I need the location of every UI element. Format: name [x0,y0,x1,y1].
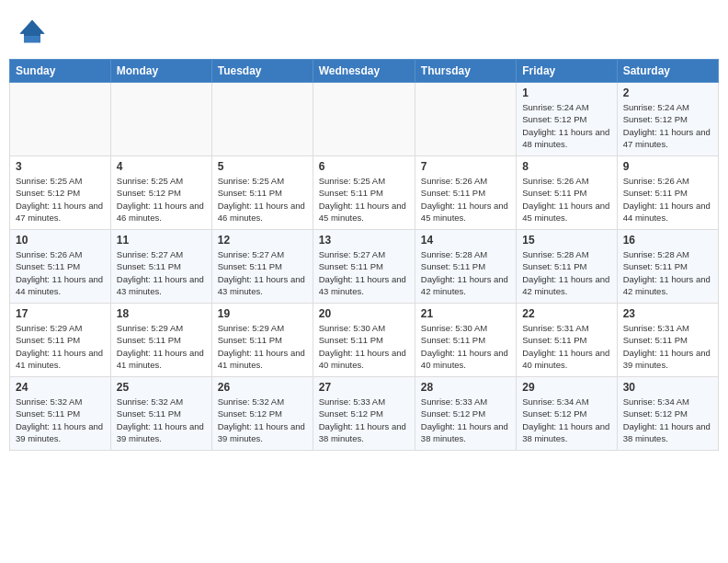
day-info: Sunrise: 5:27 AM Sunset: 5:11 PM Dayligh… [319,248,409,297]
day-number: 21 [421,307,510,320]
day-cell: 30Sunrise: 5:34 AM Sunset: 5:12 PM Dayli… [617,377,718,451]
week-row-3: 17Sunrise: 5:29 AM Sunset: 5:11 PM Dayli… [10,304,719,377]
day-info: Sunrise: 5:26 AM Sunset: 5:11 PM Dayligh… [421,175,510,224]
day-cell: 17Sunrise: 5:29 AM Sunset: 5:11 PM Dayli… [10,304,111,377]
day-cell: 6Sunrise: 5:25 AM Sunset: 5:11 PM Daylig… [313,156,415,230]
day-info: Sunrise: 5:25 AM Sunset: 5:12 PM Dayligh… [117,175,206,224]
day-cell: 9Sunrise: 5:26 AM Sunset: 5:11 PM Daylig… [617,156,718,230]
day-number: 29 [522,381,610,394]
week-row-0: 1Sunrise: 5:24 AM Sunset: 5:12 PM Daylig… [10,83,719,156]
day-number: 4 [117,160,206,173]
day-info: Sunrise: 5:28 AM Sunset: 5:11 PM Dayligh… [623,248,712,297]
day-cell: 29Sunrise: 5:34 AM Sunset: 5:12 PM Dayli… [517,377,617,451]
header-cell-sunday: Sunday [10,60,111,83]
day-info: Sunrise: 5:32 AM Sunset: 5:11 PM Dayligh… [117,396,206,444]
day-number: 27 [319,381,409,394]
week-row-4: 24Sunrise: 5:32 AM Sunset: 5:11 PM Dayli… [10,377,719,451]
day-number: 11 [117,234,206,247]
day-cell: 13Sunrise: 5:27 AM Sunset: 5:11 PM Dayli… [313,230,415,304]
day-info: Sunrise: 5:31 AM Sunset: 5:11 PM Dayligh… [522,322,610,371]
day-cell: 24Sunrise: 5:32 AM Sunset: 5:11 PM Dayli… [10,377,111,451]
day-cell: 19Sunrise: 5:29 AM Sunset: 5:11 PM Dayli… [211,304,313,377]
day-number: 19 [218,307,307,320]
day-cell: 15Sunrise: 5:28 AM Sunset: 5:11 PM Dayli… [517,230,617,304]
day-cell: 27Sunrise: 5:33 AM Sunset: 5:12 PM Dayli… [313,377,415,451]
day-info: Sunrise: 5:29 AM Sunset: 5:11 PM Dayligh… [218,322,307,371]
day-cell [10,83,111,156]
header-row: SundayMondayTuesdayWednesdayThursdayFrid… [10,60,719,83]
day-info: Sunrise: 5:34 AM Sunset: 5:12 PM Dayligh… [522,396,610,444]
day-cell [211,83,313,156]
day-cell: 5Sunrise: 5:25 AM Sunset: 5:11 PM Daylig… [211,156,313,230]
day-cell: 10Sunrise: 5:26 AM Sunset: 5:11 PM Dayli… [10,230,111,304]
day-number: 2 [623,86,712,99]
day-info: Sunrise: 5:28 AM Sunset: 5:11 PM Dayligh… [421,248,510,297]
logo-icon [18,17,46,44]
day-number: 20 [319,307,409,320]
page-header [9,9,719,52]
day-cell: 21Sunrise: 5:30 AM Sunset: 5:11 PM Dayli… [415,304,516,377]
calendar: SundayMondayTuesdayWednesdayThursdayFrid… [9,59,719,451]
day-cell: 7Sunrise: 5:26 AM Sunset: 5:11 PM Daylig… [415,156,516,230]
day-cell: 28Sunrise: 5:33 AM Sunset: 5:12 PM Dayli… [415,377,516,451]
week-row-1: 3Sunrise: 5:25 AM Sunset: 5:12 PM Daylig… [10,156,719,230]
day-info: Sunrise: 5:25 AM Sunset: 5:12 PM Dayligh… [16,175,105,224]
day-cell: 8Sunrise: 5:26 AM Sunset: 5:11 PM Daylig… [517,156,617,230]
day-number: 30 [623,381,712,394]
day-cell: 26Sunrise: 5:32 AM Sunset: 5:12 PM Dayli… [211,377,313,451]
day-info: Sunrise: 5:26 AM Sunset: 5:11 PM Dayligh… [522,175,610,224]
day-info: Sunrise: 5:26 AM Sunset: 5:11 PM Dayligh… [16,248,105,297]
day-cell: 11Sunrise: 5:27 AM Sunset: 5:11 PM Dayli… [110,230,211,304]
day-cell: 4Sunrise: 5:25 AM Sunset: 5:12 PM Daylig… [110,156,211,230]
day-info: Sunrise: 5:33 AM Sunset: 5:12 PM Dayligh… [319,396,409,444]
header-cell-friday: Friday [517,60,617,83]
day-number: 15 [522,234,610,247]
day-cell: 25Sunrise: 5:32 AM Sunset: 5:11 PM Dayli… [110,377,211,451]
day-info: Sunrise: 5:24 AM Sunset: 5:12 PM Dayligh… [623,101,712,150]
day-info: Sunrise: 5:26 AM Sunset: 5:11 PM Dayligh… [623,175,712,224]
day-cell: 2Sunrise: 5:24 AM Sunset: 5:12 PM Daylig… [617,83,718,156]
logo [18,17,50,44]
header-cell-tuesday: Tuesday [211,60,313,83]
day-number: 16 [623,234,712,247]
day-cell: 14Sunrise: 5:28 AM Sunset: 5:11 PM Dayli… [415,230,516,304]
calendar-body: 1Sunrise: 5:24 AM Sunset: 5:12 PM Daylig… [10,83,719,451]
day-cell: 3Sunrise: 5:25 AM Sunset: 5:12 PM Daylig… [10,156,111,230]
day-info: Sunrise: 5:32 AM Sunset: 5:11 PM Dayligh… [16,396,105,444]
day-info: Sunrise: 5:31 AM Sunset: 5:11 PM Dayligh… [623,322,712,371]
day-cell [415,83,516,156]
day-number: 25 [117,381,206,394]
day-info: Sunrise: 5:30 AM Sunset: 5:11 PM Dayligh… [421,322,510,371]
day-number: 24 [16,381,105,394]
day-info: Sunrise: 5:25 AM Sunset: 5:11 PM Dayligh… [218,175,307,224]
day-cell: 18Sunrise: 5:29 AM Sunset: 5:11 PM Dayli… [110,304,211,377]
header-cell-thursday: Thursday [415,60,516,83]
day-cell: 1Sunrise: 5:24 AM Sunset: 5:12 PM Daylig… [517,83,617,156]
day-cell [110,83,211,156]
day-number: 13 [319,234,409,247]
day-number: 28 [421,381,510,394]
day-number: 17 [16,307,105,320]
header-cell-monday: Monday [110,60,211,83]
day-cell [313,83,415,156]
day-info: Sunrise: 5:33 AM Sunset: 5:12 PM Dayligh… [421,396,510,444]
day-info: Sunrise: 5:28 AM Sunset: 5:11 PM Dayligh… [522,248,610,297]
week-row-2: 10Sunrise: 5:26 AM Sunset: 5:11 PM Dayli… [10,230,719,304]
day-number: 5 [218,160,307,173]
day-number: 7 [421,160,510,173]
day-info: Sunrise: 5:30 AM Sunset: 5:11 PM Dayligh… [319,322,409,371]
day-number: 3 [16,160,105,173]
day-info: Sunrise: 5:29 AM Sunset: 5:11 PM Dayligh… [117,322,206,371]
day-number: 22 [522,307,610,320]
day-info: Sunrise: 5:27 AM Sunset: 5:11 PM Dayligh… [218,248,307,297]
day-number: 23 [623,307,712,320]
day-number: 12 [218,234,307,247]
day-number: 26 [218,381,307,394]
day-cell: 23Sunrise: 5:31 AM Sunset: 5:11 PM Dayli… [617,304,718,377]
day-cell: 20Sunrise: 5:30 AM Sunset: 5:11 PM Dayli… [313,304,415,377]
day-number: 14 [421,234,510,247]
day-info: Sunrise: 5:32 AM Sunset: 5:12 PM Dayligh… [218,396,307,444]
day-number: 10 [16,234,105,247]
day-info: Sunrise: 5:24 AM Sunset: 5:12 PM Dayligh… [522,101,610,150]
day-cell: 22Sunrise: 5:31 AM Sunset: 5:11 PM Dayli… [517,304,617,377]
